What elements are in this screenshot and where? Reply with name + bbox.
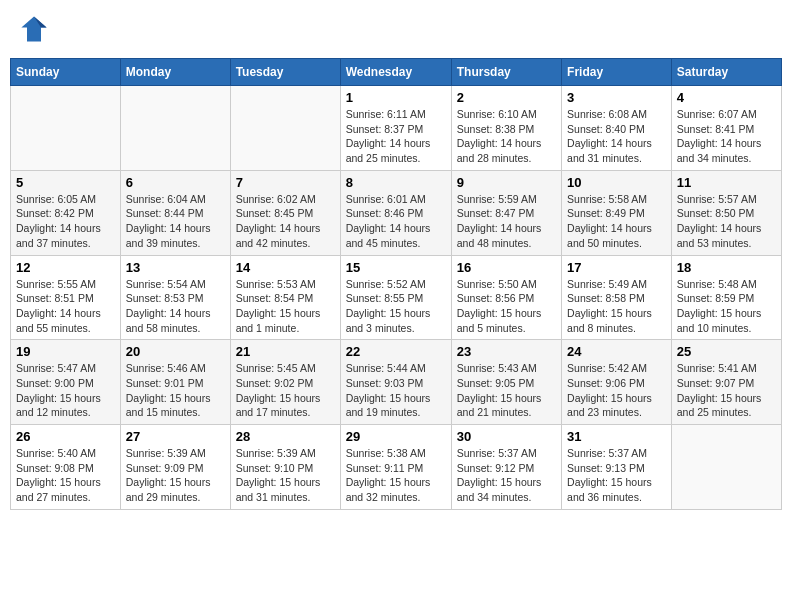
day-info: Sunrise: 5:49 AM Sunset: 8:58 PM Dayligh… [567, 277, 666, 336]
day-info: Sunrise: 5:50 AM Sunset: 8:56 PM Dayligh… [457, 277, 556, 336]
calendar-day-header: Friday [562, 59, 672, 86]
calendar-cell: 11Sunrise: 5:57 AM Sunset: 8:50 PM Dayli… [671, 170, 781, 255]
day-info: Sunrise: 5:55 AM Sunset: 8:51 PM Dayligh… [16, 277, 115, 336]
day-number: 2 [457, 90, 556, 105]
day-number: 13 [126, 260, 225, 275]
calendar-table: SundayMondayTuesdayWednesdayThursdayFrid… [10, 58, 782, 510]
calendar-week-row: 26Sunrise: 5:40 AM Sunset: 9:08 PM Dayli… [11, 425, 782, 510]
calendar-day-header: Tuesday [230, 59, 340, 86]
day-number: 14 [236, 260, 335, 275]
day-number: 19 [16, 344, 115, 359]
day-info: Sunrise: 5:54 AM Sunset: 8:53 PM Dayligh… [126, 277, 225, 336]
day-info: Sunrise: 6:01 AM Sunset: 8:46 PM Dayligh… [346, 192, 446, 251]
day-info: Sunrise: 6:07 AM Sunset: 8:41 PM Dayligh… [677, 107, 776, 166]
day-number: 30 [457, 429, 556, 444]
calendar-cell: 30Sunrise: 5:37 AM Sunset: 9:12 PM Dayli… [451, 425, 561, 510]
day-info: Sunrise: 5:40 AM Sunset: 9:08 PM Dayligh… [16, 446, 115, 505]
day-info: Sunrise: 5:37 AM Sunset: 9:12 PM Dayligh… [457, 446, 556, 505]
day-info: Sunrise: 5:41 AM Sunset: 9:07 PM Dayligh… [677, 361, 776, 420]
day-info: Sunrise: 5:39 AM Sunset: 9:10 PM Dayligh… [236, 446, 335, 505]
day-number: 20 [126, 344, 225, 359]
day-info: Sunrise: 5:37 AM Sunset: 9:13 PM Dayligh… [567, 446, 666, 505]
calendar-cell [671, 425, 781, 510]
calendar-cell: 13Sunrise: 5:54 AM Sunset: 8:53 PM Dayli… [120, 255, 230, 340]
day-info: Sunrise: 5:45 AM Sunset: 9:02 PM Dayligh… [236, 361, 335, 420]
day-info: Sunrise: 5:47 AM Sunset: 9:00 PM Dayligh… [16, 361, 115, 420]
logo [20, 15, 52, 43]
day-info: Sunrise: 6:05 AM Sunset: 8:42 PM Dayligh… [16, 192, 115, 251]
calendar-week-row: 12Sunrise: 5:55 AM Sunset: 8:51 PM Dayli… [11, 255, 782, 340]
day-info: Sunrise: 5:52 AM Sunset: 8:55 PM Dayligh… [346, 277, 446, 336]
day-info: Sunrise: 5:53 AM Sunset: 8:54 PM Dayligh… [236, 277, 335, 336]
day-number: 21 [236, 344, 335, 359]
calendar-day-header: Sunday [11, 59, 121, 86]
calendar-cell: 10Sunrise: 5:58 AM Sunset: 8:49 PM Dayli… [562, 170, 672, 255]
day-number: 24 [567, 344, 666, 359]
day-number: 6 [126, 175, 225, 190]
calendar-cell: 24Sunrise: 5:42 AM Sunset: 9:06 PM Dayli… [562, 340, 672, 425]
day-info: Sunrise: 5:48 AM Sunset: 8:59 PM Dayligh… [677, 277, 776, 336]
calendar-cell: 18Sunrise: 5:48 AM Sunset: 8:59 PM Dayli… [671, 255, 781, 340]
day-number: 3 [567, 90, 666, 105]
calendar-cell: 23Sunrise: 5:43 AM Sunset: 9:05 PM Dayli… [451, 340, 561, 425]
day-info: Sunrise: 5:59 AM Sunset: 8:47 PM Dayligh… [457, 192, 556, 251]
day-info: Sunrise: 6:04 AM Sunset: 8:44 PM Dayligh… [126, 192, 225, 251]
calendar-cell: 9Sunrise: 5:59 AM Sunset: 8:47 PM Daylig… [451, 170, 561, 255]
day-number: 28 [236, 429, 335, 444]
day-info: Sunrise: 6:08 AM Sunset: 8:40 PM Dayligh… [567, 107, 666, 166]
day-number: 18 [677, 260, 776, 275]
calendar-cell: 19Sunrise: 5:47 AM Sunset: 9:00 PM Dayli… [11, 340, 121, 425]
logo-icon [20, 15, 48, 43]
calendar-cell: 6Sunrise: 6:04 AM Sunset: 8:44 PM Daylig… [120, 170, 230, 255]
day-number: 9 [457, 175, 556, 190]
calendar-cell: 12Sunrise: 5:55 AM Sunset: 8:51 PM Dayli… [11, 255, 121, 340]
calendar-day-header: Wednesday [340, 59, 451, 86]
calendar-cell: 3Sunrise: 6:08 AM Sunset: 8:40 PM Daylig… [562, 86, 672, 171]
calendar-cell [120, 86, 230, 171]
day-number: 23 [457, 344, 556, 359]
day-number: 1 [346, 90, 446, 105]
calendar-cell: 26Sunrise: 5:40 AM Sunset: 9:08 PM Dayli… [11, 425, 121, 510]
calendar-week-row: 5Sunrise: 6:05 AM Sunset: 8:42 PM Daylig… [11, 170, 782, 255]
calendar-cell: 8Sunrise: 6:01 AM Sunset: 8:46 PM Daylig… [340, 170, 451, 255]
calendar-cell: 20Sunrise: 5:46 AM Sunset: 9:01 PM Dayli… [120, 340, 230, 425]
day-info: Sunrise: 5:46 AM Sunset: 9:01 PM Dayligh… [126, 361, 225, 420]
calendar-cell: 2Sunrise: 6:10 AM Sunset: 8:38 PM Daylig… [451, 86, 561, 171]
calendar-cell: 21Sunrise: 5:45 AM Sunset: 9:02 PM Dayli… [230, 340, 340, 425]
calendar-cell: 22Sunrise: 5:44 AM Sunset: 9:03 PM Dayli… [340, 340, 451, 425]
calendar-header-row: SundayMondayTuesdayWednesdayThursdayFrid… [11, 59, 782, 86]
day-info: Sunrise: 5:38 AM Sunset: 9:11 PM Dayligh… [346, 446, 446, 505]
calendar-cell [230, 86, 340, 171]
day-number: 12 [16, 260, 115, 275]
calendar-cell: 25Sunrise: 5:41 AM Sunset: 9:07 PM Dayli… [671, 340, 781, 425]
calendar-cell: 31Sunrise: 5:37 AM Sunset: 9:13 PM Dayli… [562, 425, 672, 510]
day-number: 15 [346, 260, 446, 275]
calendar-cell: 5Sunrise: 6:05 AM Sunset: 8:42 PM Daylig… [11, 170, 121, 255]
calendar-cell: 7Sunrise: 6:02 AM Sunset: 8:45 PM Daylig… [230, 170, 340, 255]
calendar-cell: 27Sunrise: 5:39 AM Sunset: 9:09 PM Dayli… [120, 425, 230, 510]
page-header [10, 10, 782, 48]
calendar-week-row: 1Sunrise: 6:11 AM Sunset: 8:37 PM Daylig… [11, 86, 782, 171]
day-number: 17 [567, 260, 666, 275]
day-info: Sunrise: 5:39 AM Sunset: 9:09 PM Dayligh… [126, 446, 225, 505]
day-info: Sunrise: 5:57 AM Sunset: 8:50 PM Dayligh… [677, 192, 776, 251]
calendar-day-header: Saturday [671, 59, 781, 86]
calendar-cell: 4Sunrise: 6:07 AM Sunset: 8:41 PM Daylig… [671, 86, 781, 171]
day-number: 10 [567, 175, 666, 190]
day-number: 26 [16, 429, 115, 444]
calendar-cell [11, 86, 121, 171]
day-number: 11 [677, 175, 776, 190]
calendar-cell: 29Sunrise: 5:38 AM Sunset: 9:11 PM Dayli… [340, 425, 451, 510]
svg-marker-0 [21, 16, 46, 41]
calendar-cell: 1Sunrise: 6:11 AM Sunset: 8:37 PM Daylig… [340, 86, 451, 171]
calendar-cell: 14Sunrise: 5:53 AM Sunset: 8:54 PM Dayli… [230, 255, 340, 340]
day-number: 29 [346, 429, 446, 444]
day-number: 5 [16, 175, 115, 190]
calendar-day-header: Monday [120, 59, 230, 86]
calendar-cell: 15Sunrise: 5:52 AM Sunset: 8:55 PM Dayli… [340, 255, 451, 340]
day-info: Sunrise: 5:42 AM Sunset: 9:06 PM Dayligh… [567, 361, 666, 420]
day-info: Sunrise: 5:44 AM Sunset: 9:03 PM Dayligh… [346, 361, 446, 420]
day-number: 16 [457, 260, 556, 275]
day-number: 4 [677, 90, 776, 105]
calendar-cell: 16Sunrise: 5:50 AM Sunset: 8:56 PM Dayli… [451, 255, 561, 340]
